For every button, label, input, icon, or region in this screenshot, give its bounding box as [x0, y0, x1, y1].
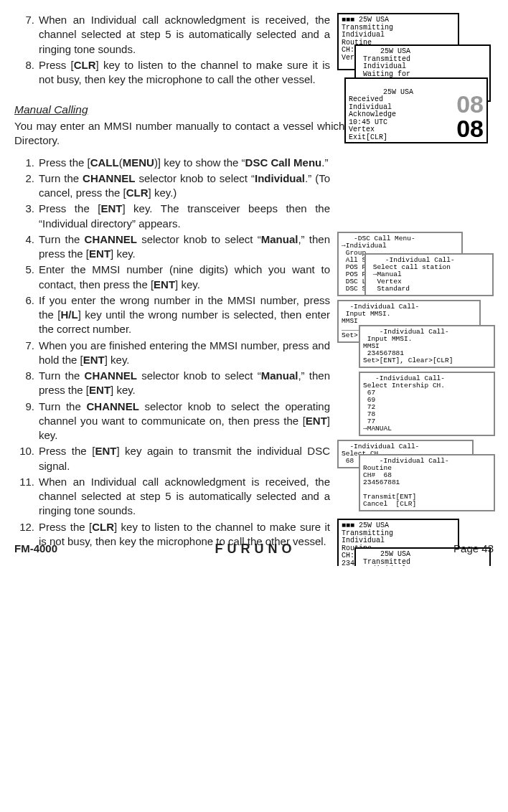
step-list-bottom: 1.Press the [CALL(MENU)] key to show the…	[14, 156, 330, 549]
step-item: 8.Turn the CHANNEL selector knob to sele…	[14, 369, 330, 398]
step-item: 7.When you are finished entering the MMS…	[14, 339, 330, 368]
figure-stack-top: ■■■ 25W USA Transmitting Individual Rout…	[337, 13, 494, 146]
step-item: 4.Turn the CHANNEL selector knob to sele…	[14, 232, 330, 262]
section-title: Manual Calling	[14, 103, 330, 118]
step-list-top: 7.When an Individual call acknowledgment…	[14, 13, 330, 87]
instruction-text: 7.When an Individual call acknowledgment…	[14, 13, 330, 549]
model-number: FM-4000	[14, 542, 57, 556]
step-item: 3.Press the [ENT] key. The transceiver b…	[14, 202, 330, 231]
step-item: 7.When an Individual call acknowledgment…	[14, 13, 330, 57]
step-item: 11.When an Individual call acknowledgmen…	[14, 475, 330, 519]
page-footer: FM-4000 FURUNO Page 43	[14, 540, 494, 557]
step-item: 2.Turn the CHANNEL selector knob to sele…	[14, 171, 330, 201]
step-item: 1.Press the [CALL(MENU)] key to show the…	[14, 156, 330, 170]
lcd-screen: -Individual Call- Routine CH# 68 2345678…	[359, 454, 495, 511]
page-number: Page 43	[453, 542, 494, 556]
lcd-screen: -Individual Call- Input MMSI. MMSI 23456…	[359, 325, 495, 368]
lcd-screen: -Individual Call- Select Intership CH. 6…	[359, 372, 495, 436]
step-item: 10.Press the [ENT] key again to transmit…	[14, 444, 330, 473]
lcd-screen: 25W USA Received Individual Acknowledge …	[344, 77, 488, 143]
step-item: 8.Press [CLR] key to listen to the chann…	[14, 58, 330, 88]
lcd-screen: -Individual Call- Select call station →M…	[364, 253, 494, 296]
brand-logo: FURUNO	[215, 540, 296, 557]
step-item: 5.Enter the MMSI number (nine digits) wh…	[14, 263, 330, 292]
channel-number: 08	[456, 116, 484, 141]
step-item: 6.If you enter the wrong number in the M…	[14, 293, 330, 337]
step-item: 9.Turn the CHANNEL selector knob to sele…	[14, 400, 330, 443]
channel-number-ghost: 08	[456, 92, 484, 116]
